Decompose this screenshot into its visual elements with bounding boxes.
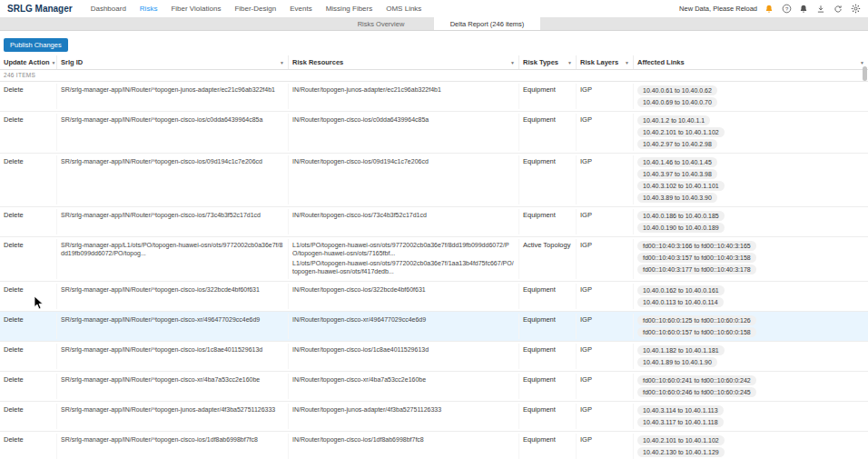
- risk-resources-cell: IN/Router/topogen-cisco-ios/c0dda6439964…: [289, 114, 519, 151]
- risk-type-cell: Equipment: [519, 209, 577, 234]
- risk-resources-cell: IN/Router/topogen-cisco-ios/09d194c1c7e2…: [289, 155, 519, 205]
- affected-link-chip: fd00::10:60:0:125 to fd00::10:60:0:126: [637, 315, 756, 325]
- main-nav: Dashboard Risks Fiber Violations Fiber-D…: [91, 5, 422, 13]
- risk-layer-cell: IGP: [577, 84, 634, 109]
- table-row[interactable]: Delete SR/srlg-manager-app/IN/Router/^to…: [0, 282, 868, 312]
- risk-resources-cell: IN/Router/topogen-cisco-ios/73c4b3f52c17…: [289, 209, 519, 234]
- update-action-cell: Delete: [0, 284, 57, 309]
- table-row[interactable]: Delete SR/srlg-manager-app/IN/Router/^to…: [0, 154, 868, 207]
- risk-resource-line: L1/ots/PO/topogen-huawei-osn/ots/9772002…: [292, 241, 515, 257]
- column-filter-icon[interactable]: ▼: [567, 60, 572, 65]
- column-label: Affected Links: [637, 58, 685, 66]
- risk-resources-cell: IN/Router/topogen-cisco-ios/1df8ab6998bf…: [289, 434, 519, 459]
- reload-status-text: New Data, Please Reload: [679, 5, 757, 13]
- risk-resources-cell: IN/Router/topogen-cisco-xr/496477029cc4e…: [289, 314, 519, 339]
- help-icon[interactable]: ?: [781, 4, 792, 15]
- table-row[interactable]: Delete SR/srlg-manager-app/IN/Router/^to…: [0, 312, 868, 342]
- risk-layer-cell: IGP: [577, 284, 634, 309]
- update-action-cell: Delete: [0, 314, 57, 339]
- nav-item-fiber-violations[interactable]: Fiber Violations: [171, 5, 221, 13]
- column-label: Risk Resources: [292, 58, 343, 66]
- affected-links-cell: 10.40.1.46 to 10.40.1.4510.40.3.97 to 10…: [634, 155, 868, 205]
- risk-resource-line: IN/Router/topogen-cisco-ios/1c8ae4011529…: [292, 345, 515, 354]
- table-row[interactable]: Delete SR/srlg-manager-app/IN/Router/^to…: [0, 112, 868, 154]
- notifications-icon[interactable]: [798, 4, 809, 15]
- affected-links-cell: 10.40.0.61 to 10.40.0.6210.40.0.69 to 10…: [634, 84, 868, 109]
- srlg-id-cell: SR/srlg-manager-app/IN/Router/^topogen-c…: [57, 284, 289, 309]
- alert-bell-icon: [764, 4, 774, 15]
- risk-layer-cell: IGP: [577, 374, 634, 399]
- column-filter-icon[interactable]: ▼: [280, 60, 284, 65]
- srlg-id-cell: SR/srlg-manager-app/IN/Router/^topogen-j…: [57, 404, 289, 429]
- affected-links-cell: 10.40.3.114 to 10.40.1.11310.40.3.117 to…: [634, 404, 868, 429]
- column-filter-icon[interactable]: ▼: [625, 60, 629, 65]
- risk-resource-line: IN/Router/topogen-cisco-xr/4ba7a53cc2e16…: [292, 375, 515, 384]
- column-filter-icon[interactable]: ▼: [510, 60, 515, 65]
- risk-type-cell: Equipment: [519, 314, 577, 339]
- affected-link-chip: fd00::10:60:0:246 to fd00::10:60:0:245: [637, 387, 756, 397]
- nav-item-missing-fibers[interactable]: Missing Fibers: [326, 5, 373, 13]
- table-row[interactable]: Delete SR/srlg-manager-app/IN/Router/^to…: [0, 207, 868, 237]
- table-row[interactable]: Delete SR/srlg-manager-app/IN/Router/^to…: [0, 402, 868, 432]
- top-bar: SRLG Manager Dashboard Risks Fiber Viola…: [0, 0, 868, 17]
- affected-link-chip: 10.40.1.89 to 10.40.1.90: [637, 357, 717, 367]
- column-header-update-action[interactable]: Update Action ▼: [0, 55, 57, 69]
- affected-link-chip: 10.40.0.113 to 10.40.0.114: [637, 297, 724, 307]
- srlg-id-cell: SR/srlg-manager-app/IN/Router/^topogen-c…: [57, 434, 289, 459]
- risk-layer-cell: IGP: [577, 209, 634, 234]
- affected-links-cell: 10.40.0.186 to 10.40.0.18510.40.0.190 to…: [634, 209, 868, 234]
- update-action-cell: Delete: [0, 114, 57, 151]
- risk-layer-cell: IGP: [577, 239, 634, 279]
- affected-link-chip: fd00::10:40:3:157 to fd00::10:40:3:158: [637, 253, 756, 263]
- nav-item-risks[interactable]: Risks: [140, 5, 158, 13]
- column-label: Update Action: [4, 58, 50, 66]
- affected-links-cell: fd00::10:40:3:166 to fd00::10:40:3:165fd…: [634, 239, 868, 279]
- nav-item-events[interactable]: Events: [290, 5, 311, 13]
- nav-item-fiber-design[interactable]: Fiber-Design: [234, 5, 276, 13]
- risk-type-cell: Equipment: [519, 284, 577, 309]
- column-label: Risk Types: [523, 58, 558, 66]
- publish-changes-button[interactable]: Publish Changes: [4, 38, 68, 52]
- risk-type-cell: Equipment: [519, 155, 577, 205]
- table-row[interactable]: Delete SR/srlg-manager-app/L1/ots/PO/top…: [0, 237, 868, 282]
- column-header-affected-links[interactable]: Affected Links ▼: [634, 55, 868, 69]
- update-action-cell: Delete: [0, 155, 57, 205]
- risk-layer-cell: IGP: [577, 434, 634, 459]
- srlg-id-cell: SR/srlg-manager-app/IN/Router/^topogen-c…: [57, 314, 289, 339]
- column-header-risk-resources[interactable]: Risk Resources ▼: [289, 55, 519, 69]
- srlg-id-cell: SR/srlg-manager-app/IN/Router/^topogen-j…: [57, 84, 289, 109]
- column-header-risk-layers[interactable]: Risk Layers ▼: [577, 55, 634, 69]
- table-row[interactable]: Delete SR/srlg-manager-app/IN/Router/^to…: [0, 342, 868, 372]
- column-filter-icon[interactable]: ▼: [52, 60, 56, 65]
- table-toolbar: Publish Changes: [0, 31, 868, 55]
- table-row[interactable]: Delete SR/srlg-manager-app/IN/Router/^to…: [0, 372, 868, 402]
- download-icon[interactable]: [815, 4, 826, 15]
- scrollbar-thumb[interactable]: [863, 66, 867, 81]
- affected-link-chip: 10.40.1.182 to 10.40.1.181: [637, 345, 725, 355]
- nav-item-dashboard[interactable]: Dashboard: [91, 5, 126, 13]
- risk-layer-cell: IGP: [577, 155, 634, 205]
- risk-resource-line: IN/Router/topogen-cisco-ios/c0dda6439964…: [292, 115, 515, 124]
- affected-link-chip: 10.40.3.102 to 10.40.1.101: [637, 181, 725, 191]
- affected-link-chip: 10.40.2.97 to 10.40.2.98: [637, 139, 717, 149]
- tab-delta-report[interactable]: Delta Report (246 items): [434, 17, 540, 30]
- risk-resource-line: IN/Router/topogen-cisco-ios/322bcde4bf60…: [292, 285, 515, 294]
- affected-link-chip: fd00::10:40:3:166 to fd00::10:40:3:165: [637, 241, 756, 251]
- risk-resources-cell: IN/Router/topogen-junos-adapter/4f3ba527…: [289, 404, 519, 429]
- refresh-icon[interactable]: [833, 4, 843, 15]
- table-row[interactable]: Delete SR/srlg-manager-app/IN/Router/^to…: [0, 432, 868, 459]
- risk-type-cell: Active Topology: [519, 239, 577, 279]
- affected-links-cell: 10.40.2.101 to 10.40.1.10210.40.2.130 to…: [634, 434, 868, 459]
- tab-risks-overview[interactable]: Risks Overview: [328, 17, 434, 30]
- column-header-risk-types[interactable]: Risk Types ▼: [519, 55, 577, 69]
- nav-item-oms-links[interactable]: OMS Links: [386, 5, 421, 13]
- risk-resource-line: IN/Router/topogen-junos-adapter/ec21c96a…: [292, 85, 515, 94]
- column-filter-icon[interactable]: ▼: [860, 60, 864, 65]
- affected-links-cell: fd00::10:60:0:241 to fd00::10:60:0:242fd…: [634, 374, 868, 399]
- update-action-cell: Delete: [0, 239, 57, 279]
- affected-link-chip: 10.40.3.117 to 10.40.1.118: [637, 417, 724, 427]
- column-header-srlg-id[interactable]: Srlg ID ▼: [57, 55, 289, 69]
- settings-icon[interactable]: [850, 4, 861, 15]
- risk-resource-line: IN/Router/topogen-junos-adapter/4f3ba527…: [292, 405, 515, 414]
- table-row[interactable]: Delete SR/srlg-manager-app/IN/Router/^to…: [0, 82, 868, 112]
